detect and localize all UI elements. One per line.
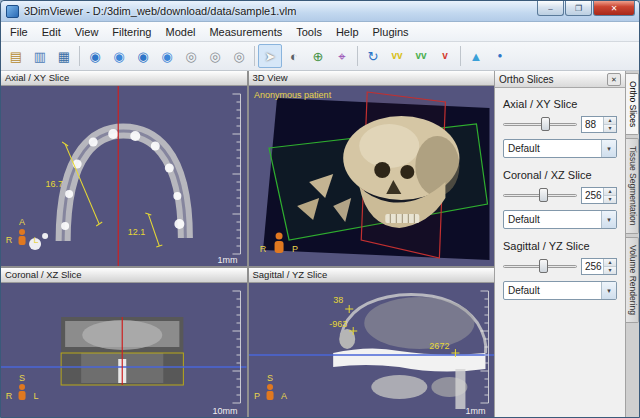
open-volume-icon: ▤ <box>10 50 22 63</box>
menu-plugins[interactable]: Plugins <box>366 23 416 41</box>
axial-scale-label: 1mm <box>217 255 237 265</box>
view-mode-3-icon: ◎ <box>233 50 244 63</box>
save-icon: ▦ <box>58 50 70 63</box>
tab-ortho-slices[interactable]: Ortho Slices <box>626 73 639 135</box>
axial-orientation-right: L <box>34 235 39 245</box>
layout-axial-button[interactable]: ◉ <box>83 44 107 68</box>
axial-slice-spinbox[interactable]: 88 ▴ ▾ <box>581 116 617 133</box>
sagittal-ruler <box>480 291 488 403</box>
layout-grid-button[interactable]: ◉ <box>155 44 179 68</box>
sagittal-slice-label: Sagittal / YZ Slice <box>503 240 617 252</box>
sagittal-spin-up-icon[interactable]: ▴ <box>604 259 616 267</box>
coronal-ruler <box>232 291 240 403</box>
density-window-button[interactable]: ◐ <box>282 44 306 68</box>
3d-viewport-header: 3D View <box>249 71 495 86</box>
probe-tool-button[interactable]: ⌖ <box>330 44 354 68</box>
axial-spin-up-icon[interactable]: ▴ <box>604 117 616 125</box>
measure-distance-button[interactable]: vv <box>385 44 409 68</box>
information-button[interactable]: ● <box>488 44 512 68</box>
axial-slider-thumb[interactable] <box>541 117 550 131</box>
volume-rendering-button[interactable]: ▲ <box>464 44 488 68</box>
open-volume-button[interactable]: ▤ <box>4 44 28 68</box>
maximize-button[interactable]: ❐ <box>565 1 592 16</box>
clear-measurements-button[interactable]: v <box>433 44 457 68</box>
volume-rendering-icon: ▲ <box>470 50 483 63</box>
sagittal-scale-label: 1mm <box>465 406 485 416</box>
sagittal-viewport-title: Sagittal / YZ Slice <box>253 269 328 280</box>
coronal-viewport-title: Coronal / XZ Slice <box>5 269 82 280</box>
sagittal-slice-slider[interactable] <box>503 257 577 275</box>
axial-orientation-top: A <box>19 217 25 227</box>
menu-file[interactable]: File <box>3 23 35 41</box>
zoom-tool-button[interactable]: ⊕ <box>306 44 330 68</box>
coronal-slice-spinbox[interactable]: 256 ▴ ▾ <box>581 187 617 204</box>
coronal-slice-slider[interactable] <box>503 186 577 204</box>
coronal-slice-section: Coronal / XZ Slice 256 ▴ ▾ <box>503 169 617 229</box>
menu-measurements[interactable]: Measurements <box>202 23 289 41</box>
measure-distance-icon: vv <box>391 51 402 61</box>
sagittal-viewport-canvas[interactable]: 38 -963 2672 S P A 1mm <box>249 283 495 417</box>
axial-viewport-header: Axial / XY Slice <box>1 71 247 86</box>
coronal-viewport-canvas[interactable]: S R L 10mm <box>1 283 247 417</box>
information-icon: ● <box>498 52 503 60</box>
layout-axial-icon: ◉ <box>89 50 100 63</box>
coronal-orientation-left: R <box>6 391 13 401</box>
view-mode-2-button[interactable]: ◎ <box>203 44 227 68</box>
coronal-preset-dropdown[interactable]: Default ▾ <box>503 210 617 229</box>
title-bar: 3DimViewer - D:/3dim_web/download/data/s… <box>1 1 639 22</box>
3d-orientation-left: R <box>259 244 266 254</box>
layout-3d-button[interactable]: ◉ <box>131 44 155 68</box>
density-window-icon: ◐ <box>290 50 298 63</box>
coronal-viewport: Coronal / XZ Slice S <box>1 268 247 417</box>
save-volume-button[interactable]: ▦ <box>52 44 76 68</box>
app-icon <box>6 5 19 18</box>
minimize-button[interactable]: – <box>537 1 564 16</box>
panel-tab-strip: Ortho Slices Tissue Segmentation Volume … <box>625 71 639 417</box>
3d-viewport-canvas[interactable]: Anonymous patient R P <box>249 86 495 266</box>
rotate-3d-button[interactable]: ↻ <box>361 44 385 68</box>
coronal-slider-thumb[interactable] <box>539 188 548 202</box>
coronal-dropdown-arrow-icon: ▾ <box>601 211 616 228</box>
open-dicom-button[interactable]: ▥ <box>28 44 52 68</box>
layout-ortho-button[interactable]: ◉ <box>107 44 131 68</box>
tab-tissue-segmentation[interactable]: Tissue Segmentation <box>626 138 639 234</box>
axial-spin-down-icon[interactable]: ▾ <box>604 125 616 132</box>
sagittal-preset-dropdown[interactable]: Default ▾ <box>503 281 617 300</box>
scene-manipulation-button[interactable]: ➤ <box>258 44 282 68</box>
sagittal-slider-thumb[interactable] <box>539 259 548 273</box>
app-window: 3DimViewer - D:/3dim_web/download/data/s… <box>0 0 640 418</box>
sagittal-viewport: Sagittal / YZ Slice <box>249 268 495 417</box>
axial-measurement-2: 12.1 <box>128 227 146 237</box>
coronal-slice-label: Coronal / XZ Slice <box>503 169 617 181</box>
axial-slider-track[interactable] <box>503 123 577 126</box>
sagittal-slice-spinbox[interactable]: 256 ▴ ▾ <box>581 258 617 275</box>
tab-volume-rendering[interactable]: Volume Rendering <box>626 237 639 323</box>
view-mode-1-button[interactable]: ◎ <box>179 44 203 68</box>
axial-viewport-canvas[interactable]: 16.7 12.1 A R L 1mm <box>1 86 247 266</box>
toolbar-separator <box>79 46 80 66</box>
layout-grid-icon: ◉ <box>161 50 172 63</box>
layout-ortho-icon: ◉ <box>113 50 124 63</box>
menu-filtering[interactable]: Filtering <box>105 23 158 41</box>
axial-slice-slider[interactable] <box>503 115 577 133</box>
sagittal-preset-value: Default <box>504 285 601 296</box>
toolbar: ▤ ▥ ▦ ◉ ◉ ◉ ◉ ◎ ◎ ◎ ➤ ◐ ⊕ ⌖ ↻ vv vv v ▲ … <box>1 42 639 71</box>
view-mode-3-button[interactable]: ◎ <box>227 44 251 68</box>
measure-density-button[interactable]: vv <box>409 44 433 68</box>
zoom-icon: ⊕ <box>313 50 324 63</box>
sagittal-spin-down-icon[interactable]: ▾ <box>604 267 616 274</box>
menu-tools[interactable]: Tools <box>289 23 329 41</box>
close-button[interactable]: ✕ <box>593 1 635 16</box>
menu-edit[interactable]: Edit <box>35 23 68 41</box>
coronal-spin-down-icon[interactable]: ▾ <box>604 196 616 203</box>
menu-help[interactable]: Help <box>329 23 366 41</box>
axial-viewport-title: Axial / XY Slice <box>5 72 69 83</box>
menu-model[interactable]: Model <box>158 23 202 41</box>
menu-view[interactable]: View <box>68 23 106 41</box>
window-title: 3DimViewer - D:/3dim_web/download/data/s… <box>24 5 296 17</box>
coronal-spin-up-icon[interactable]: ▴ <box>604 188 616 196</box>
axial-preset-dropdown[interactable]: Default ▾ <box>503 139 617 158</box>
panel-close-icon[interactable]: ✕ <box>607 73 621 86</box>
3d-viewport-title: 3D View <box>253 72 288 83</box>
sagittal-slice-section: Sagittal / YZ Slice 256 ▴ ▾ <box>503 240 617 300</box>
